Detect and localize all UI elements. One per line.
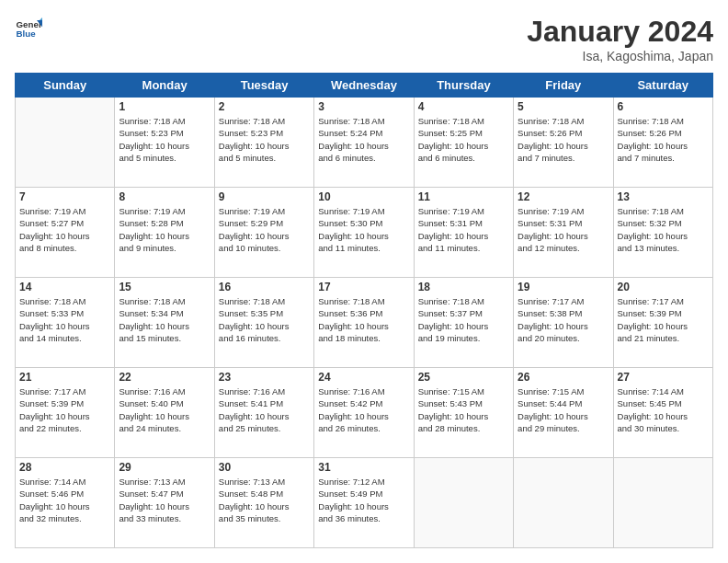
day-info: Sunrise: 7:16 AM Sunset: 5:41 PM Dayligh… — [219, 385, 310, 434]
day-info: Sunrise: 7:17 AM Sunset: 5:39 PM Dayligh… — [19, 385, 110, 434]
calendar-cell: 9Sunrise: 7:19 AM Sunset: 5:29 PM Daylig… — [214, 188, 313, 278]
page: General Blue January 2024 Isa, Kagoshima… — [0, 0, 728, 563]
calendar-cell: 19Sunrise: 7:17 AM Sunset: 5:38 PM Dayli… — [514, 278, 613, 368]
calendar-cell: 5Sunrise: 7:18 AM Sunset: 5:26 PM Daylig… — [514, 98, 613, 188]
weekday-header-saturday: Saturday — [613, 74, 712, 98]
day-info: Sunrise: 7:14 AM Sunset: 5:46 PM Dayligh… — [19, 476, 110, 524]
day-number: 8 — [119, 190, 210, 203]
weekday-header-row: SundayMondayTuesdayWednesdayThursdayFrid… — [16, 74, 713, 98]
calendar-cell — [613, 458, 712, 548]
day-info: Sunrise: 7:15 AM Sunset: 5:44 PM Dayligh… — [518, 385, 609, 434]
title-block: January 2024 Isa, Kagoshima, Japan — [527, 15, 713, 63]
day-number: 24 — [318, 371, 409, 384]
day-number: 27 — [618, 371, 709, 384]
day-info: Sunrise: 7:18 AM Sunset: 5:35 PM Dayligh… — [219, 295, 310, 344]
day-number: 18 — [418, 281, 509, 293]
calendar-cell: 22Sunrise: 7:16 AM Sunset: 5:40 PM Dayli… — [115, 368, 214, 458]
calendar-cell: 28Sunrise: 7:14 AM Sunset: 5:46 PM Dayli… — [16, 458, 115, 548]
day-number: 11 — [418, 190, 509, 203]
day-number: 15 — [119, 281, 210, 293]
calendar-cell: 15Sunrise: 7:18 AM Sunset: 5:34 PM Dayli… — [115, 278, 214, 368]
day-info: Sunrise: 7:13 AM Sunset: 5:48 PM Dayligh… — [219, 476, 310, 524]
calendar-cell: 4Sunrise: 7:18 AM Sunset: 5:25 PM Daylig… — [414, 98, 513, 188]
calendar-cell: 14Sunrise: 7:18 AM Sunset: 5:33 PM Dayli… — [16, 278, 115, 368]
calendar-week-4: 21Sunrise: 7:17 AM Sunset: 5:39 PM Dayli… — [16, 368, 713, 458]
day-info: Sunrise: 7:19 AM Sunset: 5:30 PM Dayligh… — [318, 205, 409, 254]
day-number: 29 — [119, 461, 210, 474]
calendar-cell: 20Sunrise: 7:17 AM Sunset: 5:39 PM Dayli… — [613, 278, 712, 368]
header: General Blue January 2024 Isa, Kagoshima… — [15, 15, 713, 63]
month-title: January 2024 — [527, 15, 713, 49]
calendar-cell: 29Sunrise: 7:13 AM Sunset: 5:47 PM Dayli… — [115, 458, 214, 548]
day-number: 3 — [318, 100, 409, 113]
day-number: 28 — [19, 461, 110, 474]
calendar-cell: 25Sunrise: 7:15 AM Sunset: 5:43 PM Dayli… — [414, 368, 513, 458]
calendar-cell — [414, 458, 513, 548]
weekday-header-sunday: Sunday — [16, 74, 115, 98]
calendar-week-1: 1Sunrise: 7:18 AM Sunset: 5:23 PM Daylig… — [16, 98, 713, 188]
location: Isa, Kagoshima, Japan — [527, 49, 713, 63]
day-info: Sunrise: 7:19 AM Sunset: 5:31 PM Dayligh… — [518, 205, 609, 254]
day-info: Sunrise: 7:19 AM Sunset: 5:31 PM Dayligh… — [418, 205, 509, 254]
calendar-cell: 13Sunrise: 7:18 AM Sunset: 5:32 PM Dayli… — [613, 188, 712, 278]
calendar-cell: 1Sunrise: 7:18 AM Sunset: 5:23 PM Daylig… — [115, 98, 214, 188]
day-number: 23 — [219, 371, 310, 384]
svg-text:Blue: Blue — [17, 29, 37, 39]
logo: General Blue — [15, 15, 42, 42]
day-number: 10 — [318, 190, 409, 203]
day-number: 31 — [318, 461, 409, 474]
calendar-cell: 10Sunrise: 7:19 AM Sunset: 5:30 PM Dayli… — [314, 188, 414, 278]
weekday-header-tuesday: Tuesday — [214, 74, 313, 98]
day-info: Sunrise: 7:19 AM Sunset: 5:29 PM Dayligh… — [219, 205, 310, 254]
calendar-cell: 12Sunrise: 7:19 AM Sunset: 5:31 PM Dayli… — [514, 188, 613, 278]
day-number: 5 — [518, 100, 609, 113]
logo-icon: General Blue — [15, 15, 42, 42]
day-number: 6 — [618, 100, 709, 113]
calendar-cell: 3Sunrise: 7:18 AM Sunset: 5:24 PM Daylig… — [314, 98, 414, 188]
calendar-week-2: 7Sunrise: 7:19 AM Sunset: 5:27 PM Daylig… — [16, 188, 713, 278]
day-info: Sunrise: 7:18 AM Sunset: 5:34 PM Dayligh… — [119, 295, 210, 344]
day-info: Sunrise: 7:17 AM Sunset: 5:38 PM Dayligh… — [518, 295, 609, 344]
day-number: 25 — [418, 371, 509, 384]
calendar-cell: 18Sunrise: 7:18 AM Sunset: 5:37 PM Dayli… — [414, 278, 513, 368]
calendar-table: SundayMondayTuesdayWednesdayThursdayFrid… — [15, 73, 713, 548]
weekday-header-thursday: Thursday — [414, 74, 513, 98]
day-info: Sunrise: 7:18 AM Sunset: 5:23 PM Dayligh… — [119, 115, 210, 164]
day-info: Sunrise: 7:17 AM Sunset: 5:39 PM Dayligh… — [618, 295, 709, 344]
day-info: Sunrise: 7:16 AM Sunset: 5:42 PM Dayligh… — [318, 385, 409, 434]
calendar-cell — [514, 458, 613, 548]
day-info: Sunrise: 7:16 AM Sunset: 5:40 PM Dayligh… — [119, 385, 210, 434]
day-info: Sunrise: 7:13 AM Sunset: 5:47 PM Dayligh… — [119, 476, 210, 524]
day-info: Sunrise: 7:18 AM Sunset: 5:37 PM Dayligh… — [418, 295, 509, 344]
calendar-cell: 24Sunrise: 7:16 AM Sunset: 5:42 PM Dayli… — [314, 368, 414, 458]
calendar-header: SundayMondayTuesdayWednesdayThursdayFrid… — [16, 74, 713, 98]
calendar-cell: 21Sunrise: 7:17 AM Sunset: 5:39 PM Dayli… — [16, 368, 115, 458]
day-number: 16 — [219, 281, 310, 293]
calendar-cell: 17Sunrise: 7:18 AM Sunset: 5:36 PM Dayli… — [314, 278, 414, 368]
calendar-cell: 27Sunrise: 7:14 AM Sunset: 5:45 PM Dayli… — [613, 368, 712, 458]
day-number: 20 — [618, 281, 709, 293]
day-number: 9 — [219, 190, 310, 203]
day-number: 13 — [618, 190, 709, 203]
day-number: 26 — [518, 371, 609, 384]
day-info: Sunrise: 7:19 AM Sunset: 5:27 PM Dayligh… — [19, 205, 110, 254]
day-info: Sunrise: 7:14 AM Sunset: 5:45 PM Dayligh… — [618, 385, 709, 434]
day-number: 4 — [418, 100, 509, 113]
day-info: Sunrise: 7:18 AM Sunset: 5:25 PM Dayligh… — [418, 115, 509, 164]
day-number: 7 — [19, 190, 110, 203]
day-number: 12 — [518, 190, 609, 203]
day-info: Sunrise: 7:18 AM Sunset: 5:36 PM Dayligh… — [318, 295, 409, 344]
day-number: 14 — [19, 281, 110, 293]
weekday-header-friday: Friday — [514, 74, 613, 98]
day-info: Sunrise: 7:18 AM Sunset: 5:26 PM Dayligh… — [618, 115, 709, 164]
calendar-cell: 11Sunrise: 7:19 AM Sunset: 5:31 PM Dayli… — [414, 188, 513, 278]
calendar-week-5: 28Sunrise: 7:14 AM Sunset: 5:46 PM Dayli… — [16, 458, 713, 548]
day-number: 21 — [19, 371, 110, 384]
day-info: Sunrise: 7:18 AM Sunset: 5:26 PM Dayligh… — [518, 115, 609, 164]
day-info: Sunrise: 7:18 AM Sunset: 5:33 PM Dayligh… — [19, 295, 110, 344]
calendar-cell: 6Sunrise: 7:18 AM Sunset: 5:26 PM Daylig… — [613, 98, 712, 188]
day-info: Sunrise: 7:18 AM Sunset: 5:32 PM Dayligh… — [618, 205, 709, 254]
calendar-week-3: 14Sunrise: 7:18 AM Sunset: 5:33 PM Dayli… — [16, 278, 713, 368]
calendar-cell: 30Sunrise: 7:13 AM Sunset: 5:48 PM Dayli… — [214, 458, 313, 548]
day-number: 17 — [318, 281, 409, 293]
